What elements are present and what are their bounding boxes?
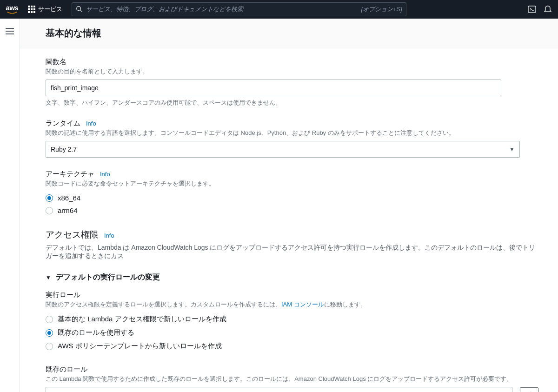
architecture-radio-group: x86_64 arm64 (46, 192, 520, 217)
architecture-desc: 関数コードに必要な命令セットアーキテクチャを選択します。 (46, 179, 520, 188)
architecture-section: アーキテクチャ Info 関数コードに必要な命令セットアーキテクチャを選択します… (46, 170, 520, 217)
existing-role-label: 既存のロール (46, 365, 541, 374)
exec-role-option-create-basic[interactable]: 基本的な Lambda アクセス権限で新しいロールを作成 (46, 312, 520, 326)
iam-console-link[interactable]: IAM コンソール (281, 301, 324, 308)
function-name-section: 関数名 関数の目的を名前として入力します。 文字、数字、ハイフン、アンダースコア… (46, 58, 520, 107)
function-name-help: 文字、数字、ハイフン、アンダースコアのみ使用可能で、スペースは使用できません。 (46, 99, 520, 107)
services-button[interactable]: サービス (24, 3, 66, 15)
exec-role-option-policy-template[interactable]: AWS ポリシーテンプレートから新しいロールを作成 (46, 339, 520, 353)
radio-icon (46, 207, 53, 214)
main-content: 基本的な情報 関数名 関数の目的を名前として入力します。 文字、数字、ハイフン、… (20, 19, 558, 392)
top-header: aws サービス サービス、特徴、ブログ、およびドキュメントなどを検索 [オプシ… (0, 0, 558, 19)
existing-role-section: 既存のロール この Lambda 関数で使用するために作成した既存のロールを選択… (46, 365, 541, 392)
radio-icon (46, 343, 53, 350)
radio-label: 基本的な Lambda アクセス権限で新しいロールを作成 (58, 315, 226, 324)
radio-icon (46, 194, 53, 202)
radio-label: arm64 (58, 206, 78, 214)
exec-role-label: 実行ロール (46, 291, 520, 299)
permissions-info-link[interactable]: Info (104, 232, 114, 239)
exec-role-radio-group: 基本的な Lambda アクセス権限で新しいロールを作成 既存のロールを使用する… (46, 312, 520, 353)
permissions-heading: アクセス権限 (46, 229, 99, 241)
function-name-input[interactable] (46, 80, 501, 96)
radio-label: x86_64 (58, 194, 80, 202)
radio-label: 既存のロールを使用する (58, 328, 134, 337)
expand-label: デフォルトの実行ロールの変更 (56, 272, 160, 282)
permissions-desc: デフォルトでは、Lambda は Amazon CloudWatch Logs … (46, 244, 541, 260)
radio-icon (46, 329, 53, 337)
caret-down-icon: ▼ (46, 274, 51, 281)
function-name-desc: 関数の目的を名前として入力します。 (46, 67, 520, 76)
runtime-select[interactable]: Ruby 2.7 ▼ (46, 141, 520, 158)
architecture-label: アーキテクチャ (46, 170, 94, 179)
aws-logo[interactable]: aws (6, 4, 19, 14)
exec-role-option-use-existing[interactable]: 既存のロールを使用する (46, 326, 520, 339)
radio-label: AWS ポリシーテンプレートから新しいロールを作成 (58, 342, 222, 351)
panel-body: 関数名 関数の目的を名前として入力します。 文字、数字、ハイフン、アンダースコア… (27, 48, 558, 392)
aws-smile-icon (6, 12, 19, 14)
radio-icon (46, 316, 53, 323)
exec-role-desc: 関数のアクセス権限を定義するロールを選択します。カスタムロールを作成するには、I… (46, 300, 520, 309)
architecture-option-x86-64[interactable]: x86_64 (46, 192, 520, 204)
runtime-desc: 関数の記述に使用する言語を選択します。コンソールコードエディタは Node.js… (46, 129, 520, 137)
svg-line-1 (80, 10, 82, 12)
search-placeholder: サービス、特徴、ブログ、およびドキュメントなどを検索 (86, 5, 358, 13)
search-bar[interactable]: サービス、特徴、ブログ、およびドキュメントなどを検索 [オプション+S] (72, 2, 406, 16)
permissions-section: アクセス権限 Info デフォルトでは、Lambda は Amazon Clou… (46, 229, 541, 260)
panel-header: 基本的な情報 (20, 19, 558, 48)
existing-role-select[interactable]: service-role/s3_read ▼ (46, 387, 512, 392)
function-name-label: 関数名 (46, 58, 520, 66)
runtime-section: ランタイム Info 関数の記述に使用する言語を選択します。コンソールコードエデ… (46, 119, 520, 158)
change-default-role-toggle[interactable]: ▼ デフォルトの実行ロールの変更 (46, 272, 541, 282)
notifications-icon[interactable] (543, 5, 552, 14)
runtime-info-link[interactable]: Info (86, 120, 96, 127)
existing-role-desc: この Lambda 関数で使用するために作成した既存のロールを選択します。このロ… (46, 375, 541, 383)
search-icon (76, 6, 82, 13)
header-right (527, 5, 552, 14)
services-label: サービス (38, 5, 62, 13)
left-rail (0, 19, 20, 392)
runtime-value: Ruby 2.7 (51, 146, 77, 153)
page-title: 基本的な情報 (46, 27, 541, 40)
hamburger-icon[interactable] (6, 28, 14, 34)
architecture-option-arm64[interactable]: arm64 (46, 204, 520, 217)
architecture-info-link[interactable]: Info (100, 171, 110, 178)
services-grid-icon (28, 6, 35, 13)
svg-point-0 (77, 6, 81, 10)
chevron-down-icon: ▼ (509, 146, 515, 153)
search-shortcut: [オプション+S] (361, 5, 403, 13)
exec-role-section: 実行ロール 関数のアクセス権限を定義するロールを選択します。カスタムロールを作成… (46, 291, 520, 353)
runtime-label: ランタイム (46, 119, 80, 128)
refresh-button[interactable] (520, 387, 538, 392)
aws-logo-text: aws (6, 4, 19, 11)
cloudshell-icon[interactable] (527, 5, 537, 14)
